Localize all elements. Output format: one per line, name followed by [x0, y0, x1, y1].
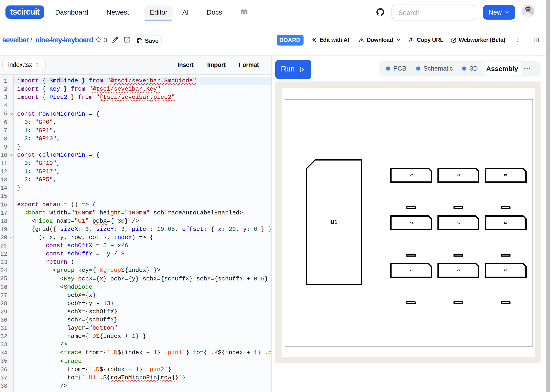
svg-text:K8: K8	[457, 174, 460, 177]
svg-text:K6: K6	[504, 222, 507, 224]
svg-text:K2: K2	[457, 269, 460, 272]
svg-text:K5: K5	[457, 222, 460, 224]
svg-text:K1: K1	[409, 269, 413, 272]
svg-text:U1: U1	[331, 219, 337, 225]
svg-text:K4: K4	[409, 222, 413, 224]
svg-text:K7: K7	[409, 174, 413, 177]
svg-text:K3: K3	[504, 269, 507, 272]
svg-text:K9: K9	[504, 174, 507, 177]
